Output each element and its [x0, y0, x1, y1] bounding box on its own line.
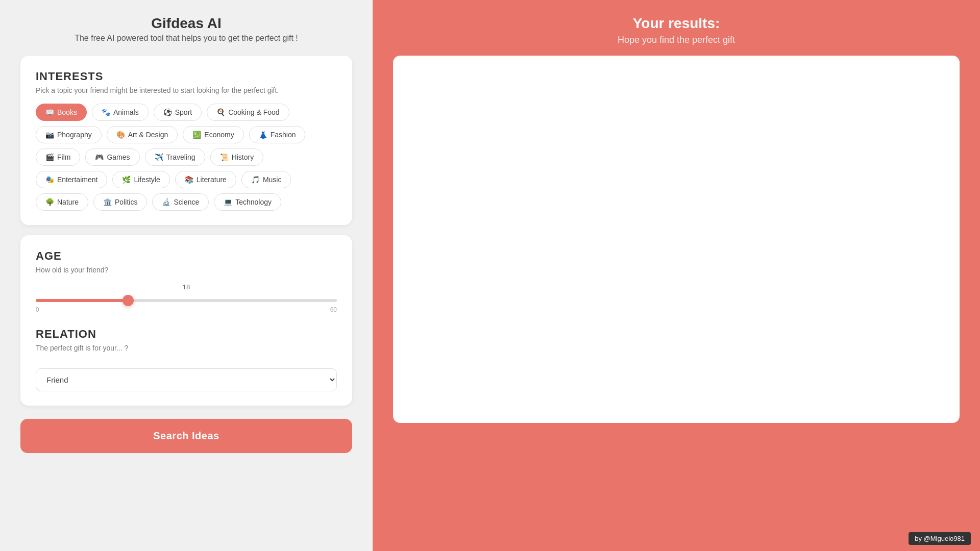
- slider-labels: 0 60: [36, 306, 337, 313]
- results-box: [393, 56, 960, 423]
- tag-sport[interactable]: ⚽Sport: [154, 104, 202, 121]
- tag-label: Entertaiment: [57, 176, 97, 184]
- tag-icon: 📜: [220, 153, 229, 161]
- tag-literature[interactable]: 📚Literature: [175, 171, 236, 188]
- tag-label: Economy: [204, 131, 234, 139]
- tag-icon: 💻: [224, 198, 232, 206]
- results-subtitle: Hope you find the perfect gift: [618, 35, 735, 45]
- tags-container: 📖Books🐾Animals⚽Sport🍳Cooking & Food📷Phog…: [36, 104, 337, 211]
- tag-icon: ⚽: [163, 108, 172, 116]
- tag-label: Phography: [57, 131, 92, 139]
- tag-politics[interactable]: 🏛️Politics: [93, 193, 147, 211]
- age-display: 18: [36, 283, 337, 291]
- tag-label: Art & Design: [128, 131, 168, 139]
- tag-label: Film: [57, 153, 70, 161]
- tag-icon: 🎨: [116, 131, 125, 139]
- interests-subtitle: Pick a topic your friend might be intere…: [36, 86, 337, 94]
- age-max-label: 60: [330, 306, 337, 313]
- tag-fashion[interactable]: 👗Fashion: [249, 126, 306, 143]
- right-panel: Your results: Hope you find the perfect …: [373, 0, 980, 551]
- relation-select[interactable]: FriendPartnerParentSiblingColleagueOther: [36, 368, 337, 391]
- tag-label: Games: [107, 153, 130, 161]
- tag-icon: 📖: [45, 108, 54, 116]
- tag-label: Politics: [115, 198, 137, 206]
- tag-icon: ✈️: [155, 153, 163, 161]
- relation-section: RELATION The perfect gift is for your...…: [36, 328, 337, 391]
- age-title: AGE: [36, 249, 337, 263]
- tag-label: Books: [57, 108, 77, 116]
- tag-icon: 📚: [185, 176, 193, 184]
- tag-icon: 🔬: [162, 198, 170, 206]
- tag-lifestyle[interactable]: 🌿Lifestyle: [112, 171, 169, 188]
- tag-label: Sport: [175, 108, 192, 116]
- age-relation-card: AGE How old is your friend? 18 0 60 RELA…: [20, 235, 352, 406]
- tag-icon: 🎮: [95, 153, 104, 161]
- tag-icon: 🎭: [45, 176, 54, 184]
- tag-label: Science: [174, 198, 199, 206]
- age-subtitle: How old is your friend?: [36, 266, 337, 274]
- tag-label: Literature: [197, 176, 227, 184]
- tag-history[interactable]: 📜History: [210, 148, 264, 166]
- slider-wrapper: 0 60: [36, 295, 337, 313]
- app-title: Gifdeas AI: [20, 15, 352, 32]
- tag-icon: 👗: [259, 131, 267, 139]
- age-slider[interactable]: [36, 299, 337, 302]
- tag-film[interactable]: 🎬Film: [36, 148, 80, 166]
- relation-subtitle: The perfect gift is for your... ?: [36, 344, 337, 352]
- tag-icon: 🐾: [102, 108, 110, 116]
- tag-traveling[interactable]: ✈️Traveling: [145, 148, 205, 166]
- relation-title: RELATION: [36, 328, 337, 341]
- age-value: 18: [183, 283, 190, 291]
- results-title: Your results:: [618, 15, 735, 32]
- tag-animals[interactable]: 🐾Animals: [92, 104, 149, 121]
- tag-label: History: [232, 153, 254, 161]
- tag-icon: 🍳: [216, 108, 225, 116]
- left-panel: Gifdeas AI The free AI powered tool that…: [0, 0, 373, 551]
- tag-technology[interactable]: 💻Technology: [214, 193, 281, 211]
- interests-title: INTERESTS: [36, 70, 337, 83]
- tag-icon: 🌳: [45, 198, 54, 206]
- tag-icon: 📷: [45, 131, 54, 139]
- tag-books[interactable]: 📖Books: [36, 104, 87, 121]
- tag-nature[interactable]: 🌳Nature: [36, 193, 88, 211]
- tag-icon: 🎵: [251, 176, 260, 184]
- tag-label: Music: [263, 176, 282, 184]
- tag-economy[interactable]: 💹Economy: [183, 126, 243, 143]
- tag-label: Technology: [235, 198, 272, 206]
- tag-games[interactable]: 🎮Games: [85, 148, 139, 166]
- tag-icon: 🌿: [122, 176, 131, 184]
- tag-icon: 🏛️: [103, 198, 112, 206]
- app-subtitle: The free AI powered tool that helps you …: [20, 34, 352, 43]
- tag-phography[interactable]: 📷Phography: [36, 126, 102, 143]
- results-header: Your results: Hope you find the perfect …: [618, 15, 735, 45]
- search-ideas-button[interactable]: Search Ideas: [20, 419, 352, 453]
- tag-label: Nature: [57, 198, 79, 206]
- tag-icon: 💹: [192, 131, 201, 139]
- tag-label: Lifestyle: [134, 176, 160, 184]
- tag-label: Animals: [113, 108, 139, 116]
- footer-credit: by @Miguelo981: [909, 532, 971, 545]
- app-header: Gifdeas AI The free AI powered tool that…: [20, 15, 352, 43]
- tag-music[interactable]: 🎵Music: [241, 171, 291, 188]
- tag-cooking---food[interactable]: 🍳Cooking & Food: [207, 104, 289, 121]
- tag-entertaiment[interactable]: 🎭Entertaiment: [36, 171, 107, 188]
- tag-label: Fashion: [271, 131, 296, 139]
- tag-label: Cooking & Food: [228, 108, 279, 116]
- interests-card: INTERESTS Pick a topic your friend might…: [20, 56, 352, 225]
- tag-art---design[interactable]: 🎨Art & Design: [107, 126, 178, 143]
- tag-icon: 🎬: [45, 153, 54, 161]
- tag-science[interactable]: 🔬Science: [152, 193, 209, 211]
- tag-label: Traveling: [166, 153, 195, 161]
- age-min-label: 0: [36, 306, 39, 313]
